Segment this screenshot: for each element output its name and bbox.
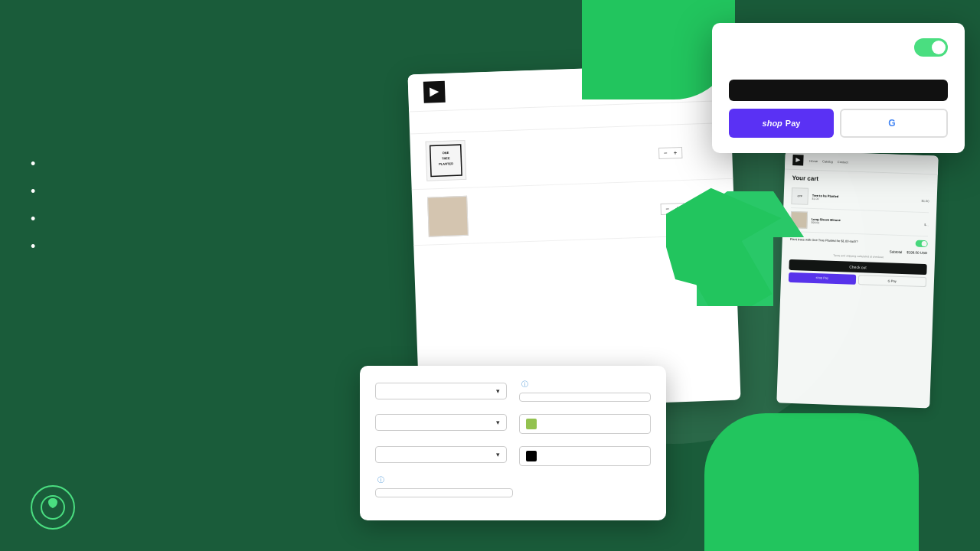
settings-field-font: ▾	[375, 443, 507, 466]
bullet-item-1	[31, 150, 383, 178]
payment-buttons: shop Pay G	[729, 109, 948, 138]
settings-row-1: ▾ ⓘ	[375, 380, 651, 402]
color-swatch-black	[526, 451, 537, 461]
mini-item-info: Long Sleeve Blouse $99.00	[811, 217, 920, 227]
gpay-g: G	[888, 118, 895, 129]
cart-item-image: ONE TREE PLANTED	[426, 140, 467, 181]
settings-select-font[interactable]: ▾	[375, 446, 507, 463]
settings-field-style: ▾	[375, 411, 507, 434]
settings-input-font-color[interactable]	[519, 446, 651, 466]
tree-icon	[40, 494, 66, 520]
settings-input-font-size[interactable]	[375, 488, 513, 497]
left-section	[31, 31, 383, 260]
svg-rect-1	[427, 142, 466, 180]
mini-pay-btns: shop Pay G Pay	[789, 272, 926, 287]
main-headline	[31, 31, 383, 122]
cart-item-info	[473, 152, 651, 160]
checkout-plant-row	[729, 38, 948, 57]
shop-pay-button[interactable]: shop Pay	[729, 109, 834, 138]
cart-nav-links	[460, 90, 482, 91]
bullet-item-2	[31, 178, 383, 205]
mini-item-2: Long Sleeve Blouse $99.00 $...	[790, 208, 929, 236]
checkout-overlay: shop Pay G	[712, 23, 965, 153]
svg-marker-8	[666, 184, 804, 306]
mini-content: Your cart OTP Tree to be Planted $1.00 $…	[781, 170, 938, 292]
settings-row-3: ▾	[375, 443, 651, 466]
bullet-item-4	[31, 233, 383, 260]
settings-field-show: ▾	[375, 380, 507, 402]
mini-nav-links: Home Catalog Contact	[809, 158, 848, 164]
svg-text:PLANTED: PLANTED	[439, 161, 453, 166]
cart-nav-logo	[423, 81, 446, 103]
green-arrow	[666, 184, 804, 306]
shop-pay-logo: shop	[763, 119, 782, 128]
color-swatch-green	[526, 419, 537, 429]
bullet-list	[31, 150, 383, 260]
plant-toggle[interactable]	[914, 38, 948, 57]
settings-input-text[interactable]	[519, 393, 651, 402]
cart-item-qty: − +	[658, 147, 683, 159]
cart-item-info	[475, 208, 653, 216]
settings-field-font-size: ⓘ	[375, 475, 513, 497]
checkout-button[interactable]	[729, 80, 948, 101]
decorative-shape-bottom	[704, 413, 919, 551]
settings-input-checkbox-color[interactable]	[519, 414, 651, 434]
settings-row-2: ▾	[375, 411, 651, 434]
mini-plant-row: Plant trees with One Tree Planted for $1…	[790, 236, 928, 247]
settings-row-4: ⓘ	[375, 475, 651, 497]
bullet-item-3	[31, 205, 383, 233]
cart-item-image-blouse	[427, 196, 469, 237]
settings-field-checkbox-color	[519, 411, 651, 434]
mini-item-info: Tree to be Planted $1.00	[812, 193, 918, 204]
settings-select-style[interactable]: ▾	[375, 414, 507, 431]
svg-text:ONE: ONE	[443, 151, 449, 155]
logo-section	[31, 485, 84, 530]
mini-gpay: G Pay	[858, 275, 926, 287]
settings-select-show[interactable]: ▾	[375, 383, 507, 399]
mini-toggle	[916, 240, 928, 248]
gpay-button[interactable]: G	[840, 109, 948, 138]
settings-field-text: ⓘ	[519, 380, 651, 402]
svg-text:TREE: TREE	[442, 156, 450, 160]
settings-field-font-color	[519, 443, 651, 466]
logo-circle	[31, 485, 75, 530]
mini-logo	[792, 155, 803, 165]
settings-panel: ▾ ⓘ ▾	[360, 366, 666, 520]
